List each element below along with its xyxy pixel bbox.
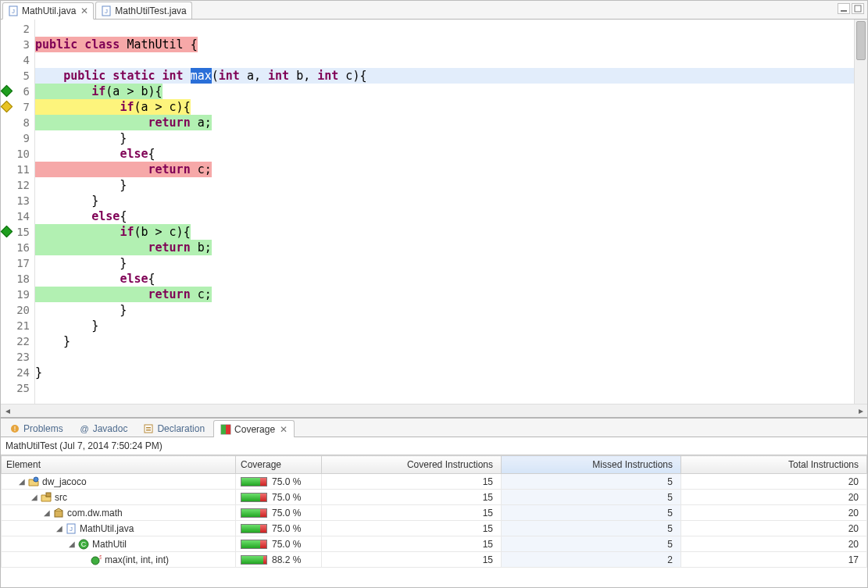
editor-tab-1[interactable]: JMathUtilTest.java: [95, 2, 191, 19]
svg-rect-17: [55, 511, 63, 517]
maximize-view-button[interactable]: [852, 3, 864, 14]
line-number: 18: [1, 271, 34, 287]
element-label: src: [55, 492, 67, 503]
code-line[interactable]: public static int max(int a, int b, int …: [35, 68, 854, 84]
covered-count: 15: [322, 552, 502, 568]
col-total[interactable]: Total Instructions: [681, 456, 867, 474]
code-line[interactable]: if(b > c){: [35, 224, 854, 240]
code-line[interactable]: else{: [35, 271, 854, 287]
total-count: 17: [681, 552, 867, 568]
code-line[interactable]: }: [35, 302, 854, 318]
element-label: dw_jacoco: [42, 476, 87, 487]
line-number: 2: [1, 21, 34, 37]
coverage-bar: [241, 508, 267, 518]
declaration-icon: [143, 423, 154, 434]
scroll-left-icon[interactable]: ◂: [1, 405, 14, 417]
code-line[interactable]: return b;: [35, 240, 854, 255]
view-tab-javadoc[interactable]: @Javadoc: [72, 419, 135, 437]
editor-tab-label: MathUtilTest.java: [115, 5, 186, 16]
line-number: 12: [1, 177, 34, 193]
table-row[interactable]: ◢CMathUtil75.0 %15520: [2, 536, 867, 552]
line-number: 8: [1, 115, 34, 130]
code-line[interactable]: [35, 380, 854, 396]
col-element[interactable]: Element: [2, 456, 236, 474]
line-number: 21: [1, 318, 34, 333]
covered-count: 15: [322, 474, 502, 490]
close-icon[interactable]: ✕: [280, 424, 288, 435]
total-count: 20: [681, 505, 867, 521]
line-number: 3: [1, 37, 34, 52]
total-count: 20: [681, 474, 867, 490]
missed-count: 2: [502, 552, 681, 568]
line-number: 9: [1, 130, 34, 146]
code-line[interactable]: }: [35, 130, 854, 146]
line-number: 6: [1, 84, 34, 99]
code-line[interactable]: return a;: [35, 115, 854, 130]
coverage-icon: [220, 424, 231, 435]
code-line[interactable]: return c;: [35, 162, 854, 177]
coverage-pct: 88.2 %: [272, 554, 301, 565]
coverage-pct: 75.0 %: [272, 508, 301, 519]
close-icon[interactable]: ✕: [80, 5, 88, 16]
table-row[interactable]: ◢src75.0 %15520: [2, 490, 867, 505]
scroll-right-icon[interactable]: ▸: [854, 405, 867, 417]
svg-rect-5: [855, 5, 861, 12]
svg-text:J: J: [12, 8, 15, 15]
line-number: 4: [1, 52, 34, 68]
code-line[interactable]: if(a > c){: [35, 99, 854, 115]
code-line[interactable]: }: [35, 255, 854, 271]
javafile-icon: J: [66, 523, 77, 534]
code-line[interactable]: [35, 349, 854, 365]
tree-expand-icon[interactable]: ◢: [55, 524, 64, 533]
view-tab-coverage[interactable]: Coverage✕: [213, 420, 295, 437]
line-number: 10: [1, 146, 34, 162]
element-label: MathUtil.java: [80, 523, 134, 534]
table-row[interactable]: ◢com.dw.math75.0 %15520: [2, 505, 867, 521]
tree-expand-icon[interactable]: ◢: [42, 508, 52, 517]
method-icon: S: [91, 554, 102, 565]
java-file-icon: J: [8, 5, 19, 16]
col-missed[interactable]: Missed Instructions: [502, 456, 681, 474]
table-row[interactable]: ◢JMathUtil.java75.0 %15520: [2, 521, 867, 536]
table-row[interactable]: ◢dw_jacoco75.0 %15520: [2, 474, 867, 490]
code-line[interactable]: else{: [35, 208, 854, 224]
table-row[interactable]: Smax(int, int, int)88.2 %15217: [2, 552, 867, 568]
code-editor[interactable]: public class MathUtil { public static in…: [35, 20, 854, 404]
view-tab-problems[interactable]: !Problems: [2, 419, 70, 437]
minimize-view-button[interactable]: [838, 3, 850, 14]
svg-text:!: !: [14, 425, 16, 433]
editor-tab-0[interactable]: JMathUtil.java✕: [2, 2, 94, 20]
line-number: 5: [1, 68, 34, 84]
code-line[interactable]: }: [35, 177, 854, 193]
svg-text:@: @: [80, 424, 88, 433]
code-line[interactable]: [35, 21, 854, 37]
missed-count: 5: [502, 536, 681, 552]
view-tab-declaration[interactable]: Declaration: [136, 419, 212, 437]
code-line[interactable]: }: [35, 193, 854, 208]
col-coverage[interactable]: Coverage: [236, 456, 322, 474]
code-line[interactable]: else{: [35, 146, 854, 162]
coverage-pct: 75.0 %: [272, 539, 301, 550]
covered-count: 15: [322, 536, 502, 552]
code-line[interactable]: }: [35, 365, 854, 380]
line-number: 7: [1, 99, 34, 115]
code-line[interactable]: public class MathUtil {: [35, 37, 854, 52]
line-number: 15: [1, 224, 34, 240]
tree-expand-icon[interactable]: ◢: [17, 477, 27, 486]
tree-expand-icon[interactable]: ◢: [30, 493, 39, 501]
code-line[interactable]: [35, 52, 854, 68]
element-label: MathUtil: [92, 539, 127, 550]
tree-expand-icon[interactable]: ◢: [67, 540, 77, 548]
coverage-bar: [241, 540, 267, 549]
code-line[interactable]: }: [35, 333, 854, 349]
svg-rect-14: [226, 425, 230, 434]
horizontal-scrollbar[interactable]: ◂ ▸: [1, 404, 867, 417]
col-covered[interactable]: Covered Instructions: [322, 456, 502, 474]
vertical-scrollbar[interactable]: [854, 20, 867, 404]
coverage-pct: 75.0 %: [272, 492, 301, 503]
code-line[interactable]: }: [35, 318, 854, 333]
code-line[interactable]: if(a > b){: [35, 84, 854, 99]
svg-rect-11: [146, 429, 151, 431]
coverage-session-title: MathUtilTest (Jul 7, 2014 7:50:24 PM): [1, 437, 867, 454]
code-line[interactable]: return c;: [35, 287, 854, 302]
